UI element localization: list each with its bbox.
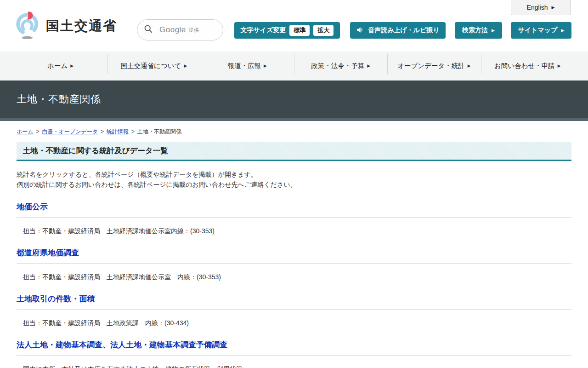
stat-section-chika-koji: 地価公示 担当：不動産・建設経済局 土地経済課地価公示室内線：(30-353) xyxy=(17,201,571,236)
site-logo-text: 国土交通省 xyxy=(46,17,117,35)
search-placeholder-provided: 提供 xyxy=(189,27,199,34)
nav-item-contact[interactable]: お問い合わせ・申請 ▶ xyxy=(481,52,574,80)
font-size-label: 文字サイズ変更 xyxy=(241,26,286,34)
breadcrumb-link-statistics[interactable]: 統計情報 xyxy=(107,128,129,135)
divider xyxy=(17,263,571,264)
triangle-right-icon: ▶ xyxy=(561,29,565,33)
divider xyxy=(17,355,571,356)
stat-section-tochi-torihiki: 土地取引の件数・面積 担当：不動産・建設経済局 土地政策課 内線：(30-434… xyxy=(17,293,571,328)
site-header: 国土交通省 Google 提供 文字サイズ変更 標準 拡大 音声読み上げ・ルビ振… xyxy=(0,0,588,52)
triangle-right-icon: ▶ xyxy=(367,64,370,68)
font-size-large-button[interactable]: 拡大 xyxy=(313,25,334,36)
breadcrumb-separator: > xyxy=(101,128,104,135)
section-heading: 土地・不動産に関する統計及びデータ一覧 xyxy=(17,142,571,161)
english-button[interactable]: English ▶ xyxy=(511,0,571,15)
breadcrumb: ホーム>白書・オープンデータ>統計情報>土地・不動産関係 xyxy=(17,128,571,136)
stat-link-hojin-tochi-tatemono[interactable]: 法人土地・建物基本調査、法人土地・建物基本調査予備調査 xyxy=(17,339,227,350)
search-input[interactable]: Google 提供 xyxy=(137,19,223,40)
search-method-button[interactable]: 検索方法 ▶ xyxy=(455,22,502,39)
font-size-control: 文字サイズ変更 標準 拡大 xyxy=(234,22,340,39)
stat-detail: 担当：不動産・建設経済局 土地経済課地価公示室 内線：(30-353) xyxy=(23,273,571,282)
nav-item-opendata[interactable]: オープンデータ・統計 ▶ xyxy=(387,52,481,80)
triangle-right-icon: ▶ xyxy=(492,29,495,33)
speaker-icon xyxy=(356,26,364,35)
breadcrumb-separator: > xyxy=(36,128,40,135)
search-placeholder-brand: Google xyxy=(159,25,186,34)
stat-detail: 担当：不動産・建設経済局 土地政策課 内線：(30-434) xyxy=(23,319,571,328)
text-to-speech-button[interactable]: 音声読み上げ・ルビ振り xyxy=(350,22,446,39)
triangle-right-icon: ▶ xyxy=(184,64,187,68)
breadcrumb-separator: > xyxy=(131,128,135,135)
triangle-right-icon: ▶ xyxy=(468,64,471,68)
sitemap-button[interactable]: サイトマップ ▶ xyxy=(511,22,571,39)
stat-detail: 国内に本所、本社又は本店を有する法人の土地・建物の所有状況、利用状況 xyxy=(23,365,571,368)
stat-link-chika-koji[interactable]: 地価公示 xyxy=(17,201,48,212)
global-nav: ホーム ▶ 国土交通省について ▶ 報道・広報 ▶ 政策・法令・予算 ▶ オープ… xyxy=(0,52,588,80)
site-logo[interactable]: 国土交通省 xyxy=(16,11,117,41)
intro-line: 個別の統計に関するお問い合わせは、各統計ページに掲載のお問い合わせ先へご連絡くだ… xyxy=(17,179,571,190)
stat-link-tochi-torihiki[interactable]: 土地取引の件数・面積 xyxy=(17,293,95,304)
intro-line: 統計名をクリックすると、各統計ページ（概要や統計データを掲載）が開きます。 xyxy=(17,169,571,179)
intro-text: 統計名をクリックすると、各統計ページ（概要や統計データを掲載）が開きます。 個別… xyxy=(17,169,571,190)
mlit-logo-icon xyxy=(16,11,41,41)
stat-section-hojin-tochi-tatemono: 法人土地・建物基本調査、法人土地・建物基本調査予備調査 国内に本所、本社又は本店… xyxy=(17,339,571,368)
breadcrumb-current: 土地・不動産関係 xyxy=(137,128,181,135)
text-to-speech-label: 音声読み上げ・ルビ振り xyxy=(368,26,440,34)
triangle-right-icon: ▶ xyxy=(552,6,555,10)
stat-link-todofuken-chika-chosa[interactable]: 都道府県地価調査 xyxy=(17,247,79,258)
divider xyxy=(17,217,571,218)
divider xyxy=(17,309,571,310)
breadcrumb-link-home[interactable]: ホーム xyxy=(17,128,34,135)
nav-item-policy[interactable]: 政策・法令・予算 ▶ xyxy=(294,52,387,80)
breadcrumb-link-whitepaper-opendata[interactable]: 白書・オープンデータ xyxy=(42,128,98,135)
triangle-right-icon: ▶ xyxy=(70,64,74,68)
nav-item-press[interactable]: 報道・広報 ▶ xyxy=(201,52,294,80)
page-title-banner: 土地・不動産関係 xyxy=(0,80,588,121)
font-size-standard-button[interactable]: 標準 xyxy=(289,25,310,36)
nav-item-about[interactable]: 国土交通省について ▶ xyxy=(107,52,200,80)
stat-detail: 担当：不動産・建設経済局 土地経済課地価公示室内線：(30-353) xyxy=(23,227,571,236)
nav-item-home[interactable]: ホーム ▶ xyxy=(14,52,107,80)
triangle-right-icon: ▶ xyxy=(264,64,267,68)
triangle-right-icon: ▶ xyxy=(558,64,561,68)
page-title: 土地・不動産関係 xyxy=(17,92,101,106)
search-icon xyxy=(144,24,153,35)
stat-section-todofuken-chika-chosa: 都道府県地価調査 担当：不動産・建設経済局 土地経済課地価公示室 内線：(30-… xyxy=(17,247,571,282)
main-content: ホーム>白書・オープンデータ>統計情報>土地・不動産関係 土地・不動産に関する統… xyxy=(0,128,588,368)
